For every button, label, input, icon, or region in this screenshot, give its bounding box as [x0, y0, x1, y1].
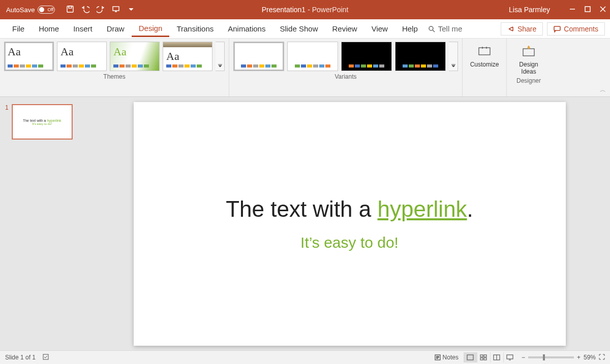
autosave-toggle[interactable]: AutoSave Off — [4, 5, 59, 15]
variant-thumbnail-0[interactable] — [233, 42, 284, 71]
tab-animations[interactable]: Animations — [221, 21, 272, 36]
slide[interactable]: The text with a hyperlink. It’s easy to … — [134, 102, 566, 346]
svg-rect-6 — [554, 26, 560, 30]
svg-rect-0 — [67, 6, 73, 12]
svg-rect-17 — [507, 355, 513, 359]
slide-thumbnails-panel[interactable]: 1 The text with a hyperlink It's easy to… — [0, 97, 89, 350]
svg-rect-13 — [484, 355, 486, 357]
minimize-icon[interactable] — [569, 6, 575, 14]
designer-group-label: Designer — [511, 75, 546, 86]
normal-view-button[interactable] — [464, 352, 477, 362]
title-bar: AutoSave Off Presentation1 - PowerPoint … — [0, 0, 610, 19]
variant-thumbnail-2[interactable] — [341, 42, 392, 71]
quick-access-toolbar — [66, 5, 135, 15]
tab-help[interactable]: Help — [395, 21, 425, 36]
sorter-view-button[interactable] — [477, 352, 490, 362]
slide-subtitle[interactable]: It’s easy to do! — [300, 234, 399, 251]
maximize-icon[interactable] — [585, 6, 591, 14]
lightbulb-icon — [428, 25, 435, 32]
zoom-slider[interactable] — [528, 356, 574, 358]
doc-name: Presentation1 — [262, 6, 306, 14]
status-bar: Slide 1 of 1 Notes − + 59% — [0, 350, 610, 364]
svg-rect-7 — [479, 48, 490, 55]
design-ideas-icon — [522, 46, 536, 58]
svg-rect-8 — [523, 49, 534, 56]
svg-rect-12 — [480, 355, 483, 357]
autosave-label: AutoSave — [6, 6, 35, 14]
zoom-controls: − + 59% — [522, 354, 605, 361]
reading-view-button[interactable] — [490, 352, 503, 362]
variants-more-button[interactable] — [449, 42, 458, 71]
svg-rect-2 — [113, 7, 119, 11]
slide-canvas-area[interactable]: The text with a hyperlink. It’s easy to … — [89, 97, 610, 350]
share-button[interactable]: Share — [501, 22, 543, 36]
variants-group: Variants — [229, 39, 463, 96]
themes-more-button[interactable] — [216, 42, 225, 71]
slide-thumbnail-1[interactable]: 1 The text with a hyperlink It's easy to… — [5, 104, 84, 140]
theme-thumbnail-2[interactable]: Aa — [110, 42, 160, 71]
svg-rect-14 — [480, 358, 483, 360]
tab-transitions[interactable]: Transitions — [169, 21, 221, 36]
tab-review[interactable]: Review — [325, 21, 364, 36]
window-controls — [569, 6, 606, 14]
spellcheck-icon[interactable] — [43, 354, 49, 361]
fit-to-window-icon[interactable] — [599, 354, 605, 361]
svg-rect-9 — [43, 354, 48, 359]
tab-file[interactable]: File — [5, 21, 32, 36]
view-buttons — [464, 352, 516, 362]
slide-size-icon — [477, 46, 492, 58]
thumb-preview[interactable]: The text with a hyperlink It's easy to d… — [12, 104, 73, 140]
notes-button[interactable]: Notes — [435, 354, 459, 361]
user-name[interactable]: Lisa Parmley — [509, 6, 550, 14]
slide-counter[interactable]: Slide 1 of 1 — [5, 354, 36, 361]
collapse-ribbon-icon[interactable]: ︿ — [600, 86, 606, 94]
variants-group-label: Variants — [233, 71, 458, 82]
tab-home[interactable]: Home — [32, 21, 66, 36]
zoom-in-button[interactable]: + — [577, 354, 581, 361]
tab-view[interactable]: View — [364, 21, 395, 36]
toggle-switch[interactable]: Off — [38, 6, 55, 14]
qat-more-icon[interactable] — [127, 5, 135, 15]
theme-thumbnail-3[interactable]: Aa — [163, 42, 212, 71]
customize-button[interactable]: Customize — [467, 42, 502, 68]
comment-icon — [554, 25, 561, 32]
hyperlink-text[interactable]: hyperlink — [378, 196, 467, 221]
themes-group-label: Themes — [4, 71, 225, 82]
present-icon[interactable] — [112, 5, 120, 15]
redo-icon[interactable] — [97, 5, 105, 15]
save-icon[interactable] — [66, 5, 74, 15]
app-suffix: - PowerPoint — [308, 6, 348, 14]
tab-insert[interactable]: Insert — [66, 21, 100, 36]
svg-point-5 — [429, 26, 433, 30]
tell-me-search[interactable]: Tell me — [428, 24, 463, 33]
comments-button[interactable]: Comments — [547, 22, 605, 36]
theme-thumbnail-0[interactable]: Aa — [4, 42, 54, 71]
undo-icon[interactable] — [81, 5, 89, 15]
svg-rect-4 — [585, 7, 590, 12]
workspace: 1 The text with a hyperlink It's easy to… — [0, 97, 610, 350]
tab-slide-show[interactable]: Slide Show — [272, 21, 325, 36]
theme-thumbnail-1[interactable]: Aa — [57, 42, 107, 71]
thumb-number: 1 — [5, 104, 9, 111]
share-icon — [507, 25, 514, 32]
svg-rect-11 — [467, 355, 473, 360]
slide-title[interactable]: The text with a hyperlink. — [226, 196, 473, 222]
variant-thumbnail-1[interactable] — [287, 42, 338, 71]
design-ideas-button[interactable]: Design Ideas — [511, 42, 546, 75]
designer-group: Design Ideas Designer — [507, 39, 551, 96]
svg-rect-1 — [69, 6, 72, 8]
tab-draw[interactable]: Draw — [100, 21, 132, 36]
ribbon-content: AaAaAaAa Themes Variants Customize Desig… — [0, 39, 610, 97]
zoom-out-button[interactable]: − — [522, 354, 525, 361]
notes-icon — [435, 354, 441, 360]
svg-rect-15 — [484, 358, 486, 360]
tab-design[interactable]: Design — [132, 21, 170, 37]
close-icon[interactable] — [600, 6, 606, 14]
document-title: Presentation1 - PowerPoint — [262, 6, 349, 14]
customize-group: Customize — [463, 39, 507, 96]
variant-thumbnail-3[interactable] — [395, 42, 446, 71]
zoom-percent[interactable]: 59% — [584, 354, 596, 361]
ribbon-tabs: File Home Insert Draw Design Transitions… — [0, 19, 610, 39]
themes-group: AaAaAaAa Themes — [0, 39, 229, 96]
slideshow-view-button[interactable] — [503, 352, 516, 362]
